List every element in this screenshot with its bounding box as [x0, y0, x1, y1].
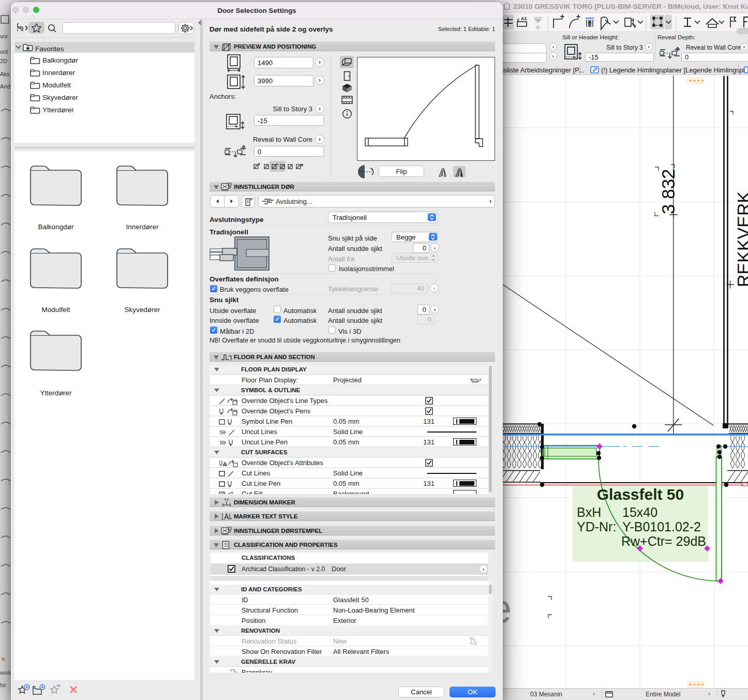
svg-text:for: for	[0, 682, 6, 688]
svg-text:Y-B0101.02-2: Y-B0101.02-2	[622, 519, 701, 534]
svg-text:Rw+Ctr= 29dB: Rw+Ctr= 29dB	[621, 534, 706, 548]
svg-text:Glassfelt 50: Glassfelt 50	[597, 486, 684, 503]
svg-text:And: And	[0, 83, 10, 90]
svg-text:A1: A1	[521, 16, 527, 21]
svg-text:vor: vor	[0, 33, 8, 39]
svg-text:15x40: 15x40	[622, 505, 657, 519]
svg-text:work: work	[0, 670, 11, 676]
svg-text:Aks: Aks	[0, 71, 10, 77]
svg-text:REKKVERK: REKKVERK	[734, 191, 748, 287]
svg-text:orit: orit	[0, 49, 8, 55]
svg-text:✕: ✕	[1, 656, 6, 663]
svg-text:BxH: BxH	[577, 505, 601, 519]
svg-text:YD-Nr:: YD-Nr:	[577, 519, 616, 534]
svg-text:2D: 2D	[0, 58, 7, 64]
svg-text:3 832: 3 832	[658, 169, 678, 214]
